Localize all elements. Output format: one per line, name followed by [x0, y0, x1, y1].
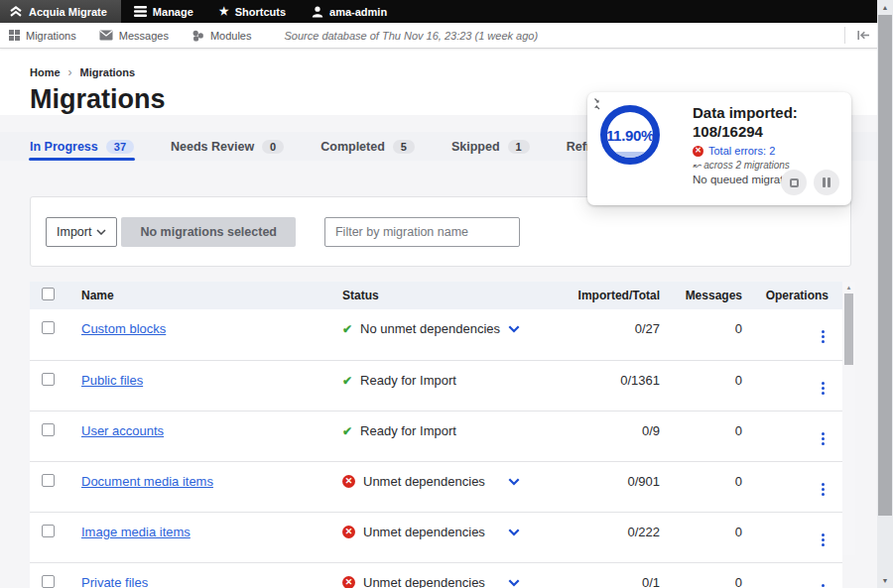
migration-name-link[interactable]: User accounts: [81, 423, 164, 438]
manage-menu[interactable]: Manage: [121, 0, 206, 23]
breadcrumb-home-link[interactable]: Home: [30, 66, 61, 78]
tab-skipped[interactable]: Skipped1: [451, 132, 530, 161]
row-checkbox-cell: [30, 423, 81, 439]
error-icon: ✕: [342, 475, 355, 488]
column-header-messages: Messages: [660, 289, 742, 302]
row-name-cell: User accounts: [81, 423, 342, 438]
username-label: ama-admin: [329, 6, 387, 18]
data-imported-label: Data imported:: [693, 103, 843, 122]
migration-name-link[interactable]: Custom blocks: [81, 321, 166, 336]
table-body: Custom blocks✔No unmet dependencies0/270…: [30, 309, 855, 588]
acquia-logo-icon: [9, 5, 23, 18]
messages-count: 0: [660, 321, 742, 336]
user-menu[interactable]: ama-admin: [299, 0, 400, 23]
progress-ring-fill: [607, 152, 653, 158]
expand-chevron-icon[interactable]: [508, 478, 520, 486]
status-label: No unmet dependencies: [360, 321, 500, 336]
table-row: Document media items✕Unmet dependencies0…: [30, 461, 842, 512]
imported-total-value: 0/9: [556, 423, 660, 438]
collapse-card-icon[interactable]: [592, 96, 606, 114]
table-row: Private files✕Unmet dependencies0/10: [30, 562, 842, 588]
expand-chevron-icon[interactable]: [508, 579, 520, 587]
tab-needs-review[interactable]: Needs Review0: [171, 132, 284, 161]
breadcrumb-separator: ›: [68, 65, 72, 79]
row-checkbox-cell: [30, 474, 81, 490]
check-icon: ✔: [342, 375, 352, 387]
scroll-up-icon[interactable]: ▲: [846, 282, 852, 293]
migration-name-link[interactable]: Document media items: [81, 474, 213, 489]
row-checkbox[interactable]: [42, 321, 55, 334]
migration-name-filter-input[interactable]: [324, 217, 520, 247]
tab-completed[interactable]: Completed5: [320, 132, 415, 161]
tab-label: In Progress: [30, 140, 98, 154]
admin-toolbar: Acquia Migrate Manage ★ Shortcuts ama-ad…: [0, 0, 893, 23]
toolbar-item-messages[interactable]: Messages: [99, 30, 169, 42]
row-status-cell: ✕Unmet dependencies: [342, 474, 556, 489]
row-status-cell: ✔Ready for Import: [342, 373, 556, 388]
hamburger-icon: [134, 6, 147, 17]
pause-import-button[interactable]: [814, 170, 839, 195]
scroll-down-icon[interactable]: ▼: [877, 573, 893, 588]
kebab-menu-icon[interactable]: [818, 582, 829, 588]
migration-name-link[interactable]: Public files: [81, 373, 143, 388]
no-migrations-selected-button: No migrations selected: [121, 217, 296, 247]
row-status-cell: ✕Unmet dependencies: [342, 525, 556, 539]
error-icon: ✕: [342, 526, 355, 538]
row-checkbox[interactable]: [42, 525, 55, 537]
status-label: Ready for Import: [360, 423, 456, 438]
table-row: Custom blocks✔No unmet dependencies0/270: [30, 309, 842, 360]
tab-count-badge: 1: [508, 140, 530, 154]
status-label: Ready for Import: [360, 373, 456, 388]
migration-name-link[interactable]: Private files: [81, 575, 148, 588]
page-scrollbar[interactable]: ▲ ▼: [877, 0, 893, 588]
row-checkbox[interactable]: [42, 575, 55, 588]
kebab-menu-icon[interactable]: [818, 430, 829, 447]
row-checkbox[interactable]: [42, 423, 55, 436]
toolbar-item-migrations[interactable]: Migrations: [9, 30, 76, 42]
migrations-table: Name Status Imported/Total Messages Oper…: [30, 282, 855, 555]
status-label: Unmet dependencies: [363, 575, 485, 588]
across-arrow-icon: ↜: [693, 160, 701, 171]
pause-icon: [823, 177, 830, 187]
shortcuts-menu[interactable]: ★ Shortcuts: [206, 0, 299, 23]
total-errors-link[interactable]: ✕ Total errors: 2: [693, 145, 843, 157]
table-scrollbar[interactable]: ▲: [842, 282, 855, 555]
row-checkbox[interactable]: [42, 373, 55, 386]
tab-label: Skipped: [451, 140, 500, 154]
stop-import-button[interactable]: [781, 170, 807, 195]
toolbar-item-modules[interactable]: Modules: [191, 30, 252, 42]
expand-chevron-icon[interactable]: [508, 325, 520, 333]
across-label: across 2 migrations: [703, 160, 790, 171]
row-checkbox-cell: [30, 525, 81, 540]
kebab-menu-icon[interactable]: [818, 328, 829, 345]
select-all-checkbox[interactable]: [42, 288, 55, 300]
progress-percent: 11.90%: [606, 127, 654, 144]
error-icon: ✕: [693, 146, 703, 157]
import-label: Import: [57, 225, 91, 239]
table-row: Public files✔Ready for Import0/13610: [30, 360, 842, 411]
stop-icon: [790, 178, 799, 187]
kebab-menu-icon[interactable]: [818, 481, 829, 498]
scroll-up-icon[interactable]: ▲: [877, 0, 893, 15]
tab-in-progress[interactable]: In Progress37: [30, 132, 134, 161]
tab-count-badge: 37: [106, 140, 134, 154]
row-checkbox-cell: [30, 321, 81, 337]
main-content: Import No migrations selected Name Statu…: [0, 161, 893, 555]
imported-total-value: 0/27: [556, 321, 660, 336]
kebab-menu-icon[interactable]: [818, 531, 829, 548]
import-dropdown-button[interactable]: Import: [46, 217, 117, 247]
expand-chevron-icon[interactable]: [508, 529, 520, 536]
page-scrollbar-thumb[interactable]: [878, 15, 892, 516]
table-scrollbar-thumb[interactable]: [844, 294, 853, 365]
row-checkbox[interactable]: [42, 474, 55, 487]
breadcrumb-current-link[interactable]: Migrations: [80, 66, 136, 78]
row-operations-cell: [742, 575, 842, 588]
messages-count: 0: [660, 423, 742, 438]
user-icon: [312, 6, 323, 18]
acquia-migrate-brand[interactable]: Acquia Migrate: [0, 0, 121, 23]
toolbar-collapse-button[interactable]: [844, 27, 871, 44]
kebab-menu-icon[interactable]: [818, 380, 829, 397]
migration-name-link[interactable]: Image media items: [81, 525, 191, 539]
tab-label: Needs Review: [171, 140, 254, 154]
row-status-cell: ✕Unmet dependencies: [342, 575, 556, 588]
